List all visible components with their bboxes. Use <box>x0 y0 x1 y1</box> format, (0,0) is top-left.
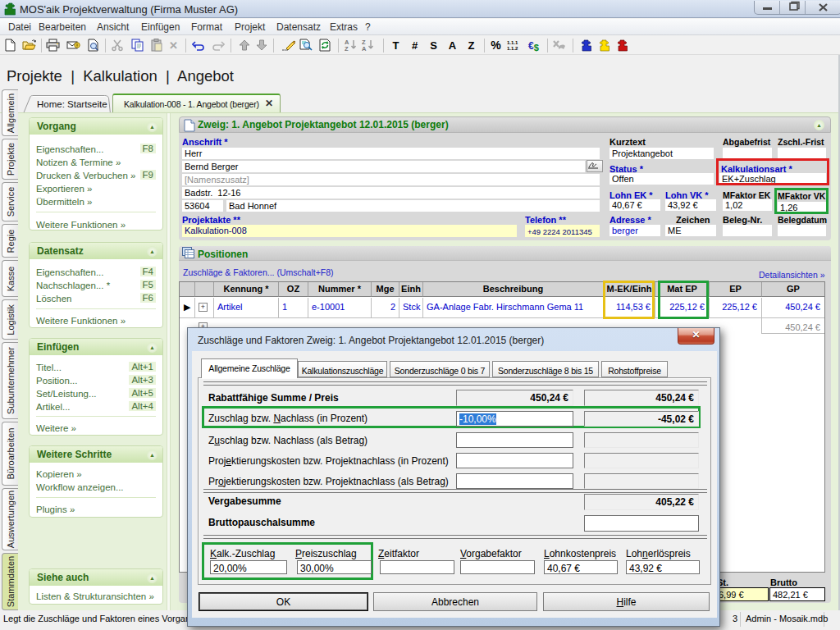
svg-text:A: A <box>362 45 367 52</box>
svg-text:Z: Z <box>345 45 349 52</box>
